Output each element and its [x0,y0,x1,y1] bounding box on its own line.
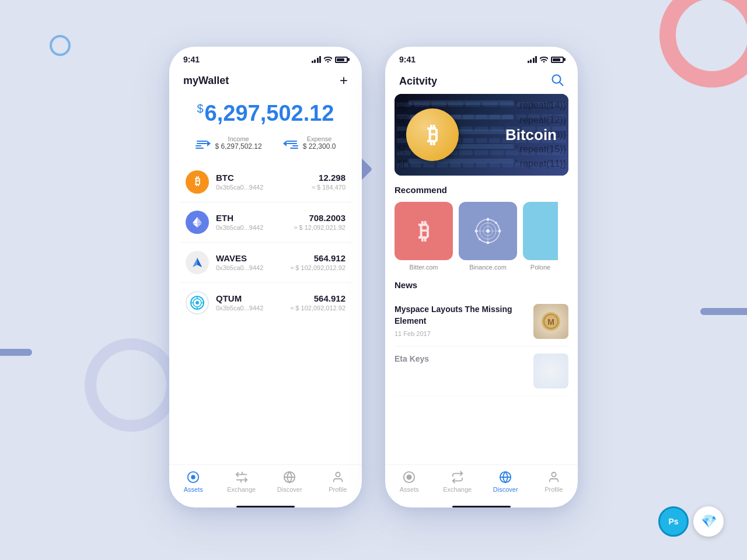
balance-section: $6,297,502.12 [169,91,362,162]
bottom-nav-1: Assets Exchange [169,464,362,503]
nav-assets-2[interactable]: Assets [392,471,427,493]
nav-discover-label-2: Discover [493,486,518,493]
nav-exchange-label-2: Exchange [443,486,472,493]
nav-discover-1[interactable]: Discover [272,471,307,493]
btc-values: 12.298 ≈ $ 184,470 [312,173,345,191]
svg-rect-3 [196,145,201,146]
wallet-title: myWallet [183,75,229,87]
home-indicator-2 [452,506,511,508]
waves-logo [186,251,209,274]
svg-rect-5 [287,143,297,144]
svg-rect-4 [196,148,204,149]
nav-exchange-1[interactable]: Exchange [224,471,259,493]
photoshop-icon: Ps [658,506,689,537]
recommend-item-binance[interactable]: Binance.com [459,202,517,271]
crypto-item-qtum[interactable]: QTUM 0x3b5ca0...9442 564.912 ≈ $ 102,092… [179,283,352,323]
bg-decoration-circle [50,35,71,56]
tools-badge: Ps 💎 [658,506,724,537]
expense-icon [283,137,298,149]
polone-name: Polone [523,264,558,271]
news-date-1: 11 Feb 2017 [395,330,526,337]
wifi-icon-2 [540,56,548,64]
nav-discover-2[interactable]: Discover [488,471,523,493]
svg-rect-0 [197,143,207,144]
status-icons-2 [528,56,564,64]
news-section-title: News [395,280,568,290]
expense-stat: Expense $ 22,300.0 [283,135,336,150]
news-thumb-img-1: M [533,304,568,339]
activity-header: Acitvity [385,68,578,94]
qtum-values: 564.912 ≈ $ 102,092,012.92 [290,293,345,312]
btc-info: BTC 0x3b5ca0...9442 [216,173,305,191]
income-info: Income $ 6,297,502.12 [215,135,262,150]
waves-amount: 564.912 [290,253,345,263]
wifi-icon-1 [324,56,332,64]
qtum-logo [186,291,209,314]
svg-rect-1 [197,141,207,142]
activity-content-wrapper: Acitvity ${''.repeat(14)} ${''.repea [385,68,578,508]
btc-logo: ₿ [186,170,209,194]
eth-address: 0x3b5ca0...9442 [216,224,287,231]
svg-marker-2 [207,141,211,146]
news-info-1: Myspace Layouts The Missing Element 11 F… [395,304,526,339]
btc-name: BTC [216,173,305,183]
eth-info: ETH 0x3b5ca0...9442 [216,213,287,231]
btc-usd: ≈ $ 184,470 [312,184,345,191]
svg-text:M: M [547,317,554,327]
status-bar-1: 9:41 [169,47,362,68]
svg-marker-12 [197,223,202,228]
nav-discover-label-1: Discover [277,486,302,493]
home-indicator-1 [236,506,295,508]
svg-point-28 [553,75,561,83]
battery-icon-1 [335,57,348,63]
bg-decoration-circle-purple [85,338,178,432]
eth-usd: ≈ $ 12,092,021.92 [294,224,345,231]
crypto-item-btc[interactable]: ₿ BTC 0x3b5ca0...9442 12.298 ≈ $ 184,470 [179,162,352,202]
expense-label: Expense [303,135,336,142]
recommend-list: ₿ Bitter.com [395,202,568,271]
qtum-usd: ≈ $ 102,092,012.92 [290,304,345,312]
news-item-2[interactable]: Eta Keys [395,346,568,396]
svg-marker-13 [193,223,197,228]
bitcoin-banner-bg: ${''.repeat(14)} ${''.repeat(12)} ${''.r… [395,94,568,176]
qtum-info: QTUM 0x3b5ca0...9442 [216,293,283,312]
nav-profile-2[interactable]: Profile [536,471,571,493]
activity-scroll[interactable]: ${''.repeat(14)} ${''.repeat(12)} ${''.r… [385,94,578,464]
balance-stats: Income $ 6,297,502.12 [183,135,348,150]
bg-decoration-bar-left [0,349,32,356]
status-bar-2: 9:41 [385,47,578,68]
expense-value: $ 22,300.0 [303,142,336,150]
binance-name: Binance.com [459,264,517,271]
status-time-1: 9:41 [183,55,200,64]
nav-assets-1[interactable]: Assets [176,471,211,493]
news-item-1[interactable]: Myspace Layouts The Missing Element 11 F… [395,297,568,346]
btc-address: 0x3b5ca0...9442 [216,184,305,191]
svg-point-53 [551,473,556,477]
nav-assets-label-1: Assets [184,486,203,493]
eth-values: 708.2003 ≈ $ 12,092,021.92 [294,213,345,231]
signal-icon-1 [312,56,322,63]
battery-icon-2 [551,57,564,63]
income-value: $ 6,297,502.12 [215,142,262,150]
search-button[interactable] [551,74,564,89]
crypto-item-eth[interactable]: ETH 0x3b5ca0...9442 708.2003 ≈ $ 12,092,… [179,202,352,243]
add-button[interactable]: + [340,74,348,88]
nav-exchange-2[interactable]: Exchange [440,471,475,493]
crypto-item-waves[interactable]: WAVES 0x3b5ca0...9442 564.912 ≈ $ 102,09… [179,243,352,283]
sketch-icon: 💎 [693,506,724,537]
svg-line-29 [560,82,563,86]
recommend-item-bitter[interactable]: ₿ Bitter.com [395,202,453,271]
bg-decoration-bar-right [700,308,747,315]
bottom-nav-2: Assets Exchange [385,464,578,503]
nav-profile-label-2: Profile [544,486,563,493]
nav-profile-1[interactable]: Profile [320,471,355,493]
waves-address: 0x3b5ca0...9442 [216,264,283,271]
svg-rect-9 [290,148,298,149]
eth-name: ETH [216,213,287,223]
bitter-name: Bitter.com [395,264,453,271]
activity-title: Acitvity [399,75,437,88]
btc-amount: 12.298 [312,173,345,183]
recommend-item-polone[interactable]: Polone [523,202,558,271]
qtum-amount: 564.912 [290,293,345,303]
status-time-2: 9:41 [399,55,416,64]
